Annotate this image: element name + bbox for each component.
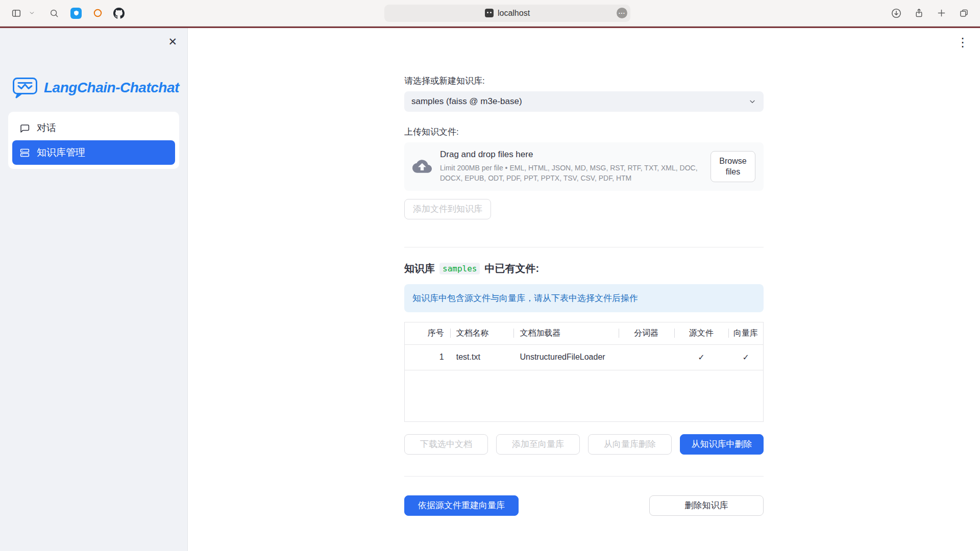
add-files-to-kb-button[interactable]: 添加文件到知识库 — [404, 199, 491, 219]
delete-from-kb-button[interactable]: 从知识库中删除 — [680, 434, 764, 455]
extension-orange-button[interactable] — [92, 8, 103, 19]
knowledge-base-icon — [19, 147, 30, 158]
cell-source-check: ✓ — [674, 345, 729, 370]
cell-vector-check: ✓ — [728, 345, 763, 370]
table-header-splitter[interactable]: 分词器 — [619, 322, 674, 344]
downloads-button[interactable] — [890, 7, 902, 19]
cell-seq: 1 — [405, 345, 450, 370]
kb-files-heading-suffix: 中已有文件: — [484, 262, 539, 276]
extension-orange-icon — [93, 8, 103, 18]
github-icon — [113, 8, 125, 19]
plus-icon — [936, 8, 947, 18]
site-favicon — [485, 9, 494, 17]
app-logo-text: LangChain-Chatchat — [44, 80, 179, 96]
uploader-limit-text: Limit 200MB per file • EML, HTML, JSON, … — [440, 163, 702, 184]
chevron-down-icon — [29, 10, 35, 16]
sidebar-chevron-button[interactable] — [26, 7, 38, 19]
download-icon — [891, 8, 902, 19]
url-bar[interactable]: localhost ··· — [384, 5, 630, 22]
share-icon — [914, 8, 924, 18]
app-logo-icon — [12, 77, 38, 98]
browse-files-button[interactable]: Browse files — [710, 151, 755, 182]
add-to-vector-button[interactable]: 添加至向量库 — [496, 434, 580, 455]
app-menu-button[interactable]: ⋮ — [957, 36, 969, 48]
uploader-drag-text: Drag and drop files here — [440, 149, 702, 160]
sidebar-close-button[interactable]: ✕ — [168, 36, 177, 47]
kb-files-heading: 知识库 samples 中已有文件: — [404, 262, 764, 276]
info-banner: 知识库中包含源文件与向量库，请从下表中选择文件后操作 — [404, 284, 764, 312]
delete-kb-button[interactable]: 删除知识库 — [649, 495, 764, 516]
browser-chrome: localhost ··· — [0, 0, 980, 27]
cell-name: test.txt — [450, 345, 514, 370]
extension-blue-button[interactable] — [70, 8, 82, 19]
sidebar: ✕ LangChain-Chatchat 对话 — [0, 28, 188, 551]
divider — [404, 247, 764, 247]
download-selected-button[interactable]: 下载选中文档 — [404, 434, 488, 455]
table-header-name[interactable]: 文档名称 — [450, 322, 514, 344]
chevron-down-icon — [748, 97, 756, 106]
table-header-seq[interactable]: 序号 — [405, 322, 450, 344]
sidebar-nav: 对话 知识库管理 — [8, 112, 179, 169]
table-header-row: 序号 文档名称 文档加载器 分词器 源文件 向量库 — [405, 322, 763, 345]
kb-selectbox-value: samples (faiss @ m3e-base) — [411, 96, 522, 107]
remove-from-vector-button[interactable]: 从向量库删除 — [588, 434, 672, 455]
app-logo: LangChain-Chatchat — [12, 77, 187, 98]
sidebar-item-dialog[interactable]: 对话 — [12, 116, 175, 140]
table-header-vector[interactable]: 向量库 — [728, 322, 763, 344]
file-action-buttons: 下载选中文档 添加至向量库 从向量库删除 从知识库中删除 — [404, 434, 764, 455]
extension-blue-icon — [73, 10, 80, 16]
divider — [404, 476, 764, 477]
rebuild-vector-store-button[interactable]: 依据源文件重建向量库 — [404, 495, 519, 516]
search-icon — [49, 8, 59, 18]
cell-splitter — [619, 345, 674, 370]
chat-bubble-icon — [19, 123, 30, 134]
main-area: ⋮ 请选择或新建知识库: samples (faiss @ m3e-base) … — [188, 28, 980, 551]
kb-files-table: 序号 文档名称 文档加载器 分词器 源文件 向量库 1 test.txt Uns… — [404, 322, 764, 422]
kb-select-label: 请选择或新建知识库: — [404, 75, 764, 87]
new-tab-button[interactable] — [935, 7, 947, 19]
extension-github-button[interactable] — [113, 8, 125, 19]
kb-action-buttons: 依据源文件重建向量库 删除知识库 — [404, 495, 764, 516]
sidebar-toggle-button[interactable] — [10, 7, 22, 19]
search-button[interactable] — [48, 7, 60, 19]
kb-files-heading-prefix: 知识库 — [404, 262, 435, 276]
sidebar-item-kb-management[interactable]: 知识库管理 — [12, 140, 175, 165]
table-header-source[interactable]: 源文件 — [674, 322, 729, 344]
file-uploader-dropzone[interactable]: Drag and drop files here Limit 200MB per… — [404, 142, 764, 191]
table-header-loader[interactable]: 文档加载器 — [513, 322, 618, 344]
uploader-texts: Drag and drop files here Limit 200MB per… — [440, 149, 702, 184]
kb-selectbox[interactable]: samples (faiss @ m3e-base) — [404, 91, 764, 112]
tab-overview-button[interactable] — [958, 7, 970, 19]
sidebar-item-label: 对话 — [37, 121, 56, 135]
tabs-icon — [959, 8, 969, 18]
sidebar-toggle-icon — [11, 8, 22, 19]
url-text: localhost — [498, 9, 530, 18]
sidebar-item-label: 知识库管理 — [37, 146, 85, 159]
share-button[interactable] — [913, 7, 925, 19]
upload-label: 上传知识文件: — [404, 126, 764, 138]
table-row[interactable]: 1 test.txt UnstructuredFileLoader ✓ ✓ — [405, 345, 763, 370]
cloud-upload-icon — [412, 157, 432, 176]
url-more-button[interactable]: ··· — [617, 8, 627, 18]
content-column: 请选择或新建知识库: samples (faiss @ m3e-base) 上传… — [404, 28, 764, 516]
kb-name-code: samples — [439, 263, 480, 274]
table-empty-area — [405, 370, 763, 421]
cell-loader: UnstructuredFileLoader — [513, 345, 618, 370]
